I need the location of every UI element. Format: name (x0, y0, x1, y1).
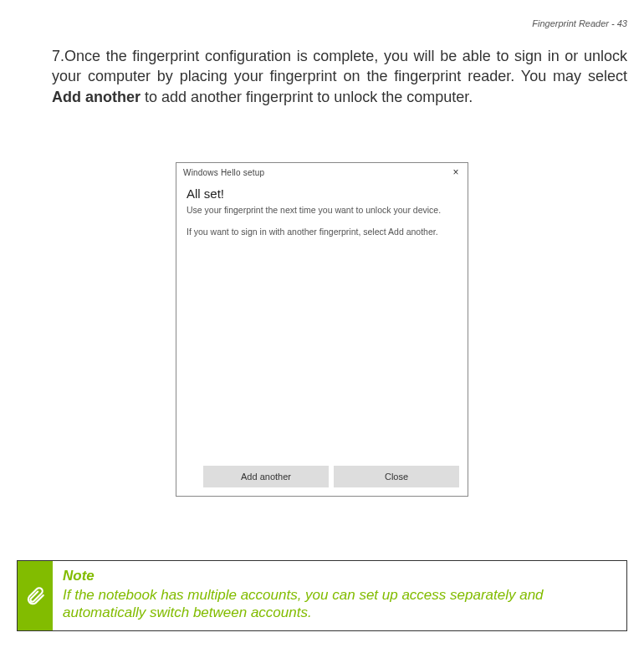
step-bold: Add another (52, 89, 141, 105)
close-button[interactable]: Close (334, 466, 459, 487)
dialog-paragraph-1: Use your fingerprint the next time you w… (187, 204, 457, 216)
dialog-body: All set! Use your fingerprint the next t… (176, 181, 468, 237)
dialog-title: Windows Hello setup (183, 168, 449, 177)
note-icon-column (18, 561, 53, 630)
paperclip-icon (24, 585, 46, 607)
dialog-heading: All set! (187, 186, 457, 201)
note-text: Note If the notebook has multiple accoun… (53, 561, 626, 630)
step-text-2: to add another fingerprint to unlock the… (141, 89, 473, 105)
header-text: Fingerprint Reader - 43 (532, 18, 627, 28)
add-another-button[interactable]: Add another (203, 466, 329, 487)
note-title: Note (63, 568, 616, 584)
note-body: If the notebook has multiple accounts, y… (63, 586, 616, 622)
step-text-1: Once the fingerprint configuration is co… (52, 48, 627, 84)
windows-hello-dialog: Windows Hello setup × All set! Use your … (176, 162, 468, 497)
page-header: Fingerprint Reader - 43 (532, 18, 627, 28)
dialog-button-row: Add another Close (203, 466, 459, 487)
instruction-step: 7.Once the fingerprint configuration is … (52, 46, 627, 107)
note-box: Note If the notebook has multiple accoun… (17, 560, 627, 631)
dialog-paragraph-2: If you want to sign in with another fing… (187, 226, 457, 237)
step-number: 7. (52, 48, 64, 64)
close-icon[interactable]: × (449, 166, 463, 178)
dialog-titlebar: Windows Hello setup × (176, 163, 468, 181)
